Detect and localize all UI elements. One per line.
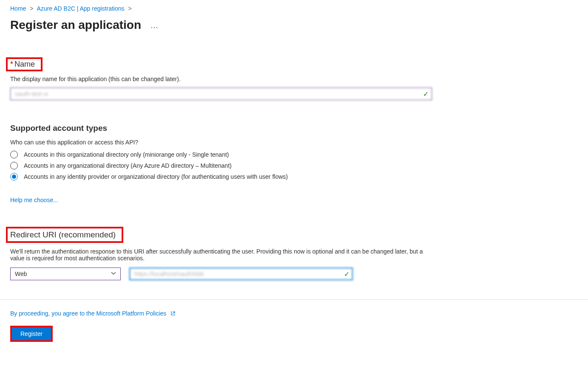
account-types-heading: Supported account types xyxy=(10,124,578,133)
help-me-choose-link[interactable]: Help me choose... xyxy=(10,197,58,203)
name-field-description: The display name for this application (t… xyxy=(10,76,578,82)
breadcrumb-service[interactable]: Azure AD B2C | App registrations xyxy=(37,5,125,12)
redirect-platform-select[interactable]: Web xyxy=(10,268,121,280)
required-star-icon: * xyxy=(10,60,13,68)
redirect-uri-heading: Redirect URI (recommended) xyxy=(10,230,116,239)
platform-policies-link[interactable]: By proceeding, you agree to the Microsof… xyxy=(10,310,176,317)
breadcrumb-separator: > xyxy=(28,5,35,12)
name-label-text: Name xyxy=(14,60,35,68)
redirect-uri-input[interactable] xyxy=(129,268,353,280)
page-title: Register an application xyxy=(10,18,141,32)
account-type-option-single-tenant[interactable]: Accounts in this organizational director… xyxy=(10,151,578,158)
platform-select-value: Web xyxy=(15,271,27,277)
name-field-label: *Name xyxy=(10,60,35,69)
check-valid-icon: ✓ xyxy=(423,90,429,98)
footer: By proceeding, you agree to the Microsof… xyxy=(0,299,588,342)
highlight-redirect-heading: Redirect URI (recommended) xyxy=(6,227,123,243)
breadcrumb-home[interactable]: Home xyxy=(10,5,26,12)
check-valid-icon: ✓ xyxy=(344,270,349,278)
application-name-input[interactable] xyxy=(10,87,432,100)
radio-label: Accounts in any organizational directory… xyxy=(24,162,232,169)
radio-icon xyxy=(10,173,18,180)
radio-icon xyxy=(10,162,18,169)
breadcrumb: Home > Azure AD B2C | App registrations … xyxy=(10,5,578,12)
account-types-radio-group: Accounts in this organizational director… xyxy=(10,151,578,180)
account-types-question: Who can use this application or access t… xyxy=(10,139,578,146)
breadcrumb-separator: > xyxy=(126,5,134,12)
radio-label: Accounts in this organizational director… xyxy=(24,151,229,158)
register-button[interactable]: Register xyxy=(12,327,51,340)
account-type-option-multitenant[interactable]: Accounts in any organizational directory… xyxy=(10,162,578,169)
more-actions-button[interactable]: ⋯ xyxy=(151,23,159,32)
policy-link-text: By proceeding, you agree to the Microsof… xyxy=(10,310,166,317)
account-type-option-any-idp[interactable]: Accounts in any identity provider or org… xyxy=(10,173,578,180)
highlight-register-button: Register xyxy=(10,326,53,342)
external-link-icon xyxy=(170,310,176,317)
chevron-down-icon xyxy=(111,271,116,277)
highlight-name-label: *Name xyxy=(6,57,43,71)
radio-label: Accounts in any identity provider or org… xyxy=(24,173,288,180)
redirect-uri-description: We'll return the authentication response… xyxy=(10,248,431,262)
radio-icon xyxy=(10,151,18,158)
